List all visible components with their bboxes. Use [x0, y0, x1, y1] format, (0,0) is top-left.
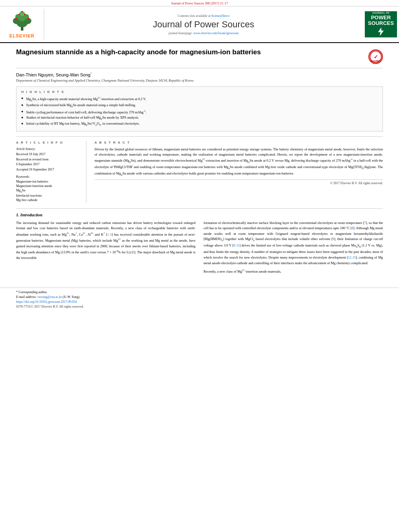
svg-marker-13 — [378, 27, 384, 36]
science-direct-link[interactable]: ScienceDirect — [212, 14, 230, 18]
main-content: Magnesium stannide as a high-capacity an… — [0, 43, 399, 283]
journal-homepage-link[interactable]: www.elsevier.com/locate/jpowsour — [193, 31, 239, 35]
history-label: Article history: — [16, 147, 36, 151]
svg-point-12 — [21, 11, 23, 12]
highlight-item: Mg2Sn, a high-capacity anode material sh… — [21, 96, 378, 102]
affiliation: Department of Chemical Engineering and A… — [16, 78, 383, 82]
article-info-abstract-section: A R T I C L E I N F O Article history: R… — [16, 136, 383, 203]
highlight-item: Initial cyclability of RT Mg-ion battery… — [21, 121, 378, 127]
abstract-text: Driven by the limited global resources o… — [95, 147, 383, 177]
highlights-list: Mg2Sn, a high-capacity anode material sh… — [21, 96, 378, 127]
elsevier-logo-block: ELSEVIER — [0, 9, 44, 40]
keyword-1: Magnesium-ion batteries — [16, 180, 81, 183]
power-sources-logo: JOURNAL OF POWERSOURCES — [363, 9, 399, 40]
journal-reference-text: Journal of Power Sources 368 (2017) 11–1… — [171, 2, 228, 5]
doi-link[interactable]: https://doi.org/10.1016/j.jpowsour.2017.… — [16, 300, 77, 304]
received-date: Received 19 July 2017 — [16, 152, 81, 156]
svg-text:CrossMark: CrossMark — [371, 60, 381, 62]
journal-name: Journal of Power Sources — [153, 19, 254, 30]
keyword-2: Magnesium-insertion anode — [16, 184, 81, 188]
author-names: Dan-Thien Nguyen, Seung-Wan Song — [16, 72, 90, 77]
intro-left-column: The increasing demand for sustainable en… — [16, 220, 195, 277]
svg-point-11 — [24, 14, 26, 15]
svg-text:✓: ✓ — [374, 54, 378, 60]
article-info-column: A R T I C L E I N F O Article history: R… — [16, 141, 86, 203]
journal-title-center: Contents lists available at ScienceDirec… — [44, 9, 363, 40]
corresponding-mark: * — [90, 72, 92, 75]
copyright-line: © 2017 Elsevier B.V. All rights reserved… — [95, 179, 383, 185]
introduction-section: 1. Introduction The increasing demand fo… — [16, 208, 383, 277]
crossmark-svg: ✓ CrossMark — [369, 50, 382, 64]
email-note: E-mail address: swsong@cnu.ac.kr (S.-W. … — [16, 295, 383, 299]
elsevier-tree-icon — [8, 10, 36, 33]
highlights-title: H I G H L I G H T S — [21, 90, 378, 94]
abstract-label: A B S T R A C T — [95, 141, 383, 144]
keyword-4: Interfacial reactions — [16, 194, 81, 197]
elsevier-wordmark: ELSEVIER — [9, 33, 34, 38]
journal-header: ELSEVIER Contents lists available at Sci… — [0, 6, 399, 43]
highlights-section: H I G H L I G H T S Mg2Sn, a high-capaci… — [16, 86, 383, 131]
keyword-5: Mg-free cathode — [16, 198, 81, 202]
issn-line: 0378-7753/© 2017 Elsevier B.V. All right… — [16, 305, 383, 308]
crossmark-circle: ✓ CrossMark — [368, 49, 383, 64]
journal-homepage-line: journal homepage: www.elsevier.com/locat… — [169, 31, 239, 35]
highlight-item: Studies of interfacial reaction behavior… — [21, 115, 378, 121]
svg-point-8 — [15, 18, 17, 20]
article-title-section: Magnesium stannide as a high-capacity an… — [16, 48, 383, 68]
ps-logo-box: JOURNAL OF POWERSOURCES — [365, 11, 397, 37]
email-link[interactable]: swsong@cnu.ac.kr — [37, 295, 62, 299]
science-direct-line: Contents lists available at ScienceDirec… — [178, 14, 230, 18]
keywords-section: Keywords: Magnesium-ion batteries Magnes… — [16, 175, 81, 202]
svg-point-9 — [27, 18, 29, 20]
journal-reference-bar: Journal of Power Sources 368 (2017) 11–1… — [0, 0, 399, 6]
keywords-label: Keywords: — [16, 175, 81, 179]
received-revised-date: Received in revised form6 September 2017 — [16, 157, 81, 166]
doi-line: https://doi.org/10.1016/j.jpowsour.2017.… — [16, 300, 383, 304]
svg-point-10 — [19, 14, 20, 15]
introduction-heading: 1. Introduction — [16, 213, 383, 217]
highlight-item: Synthesis of microsized bulk Mg2Sn anode… — [21, 103, 378, 108]
crossmark-icon: ✓ CrossMark — [368, 49, 383, 64]
keyword-3: Mg2Sn — [16, 189, 81, 193]
page-footer: * Corresponding author. E-mail address: … — [0, 288, 399, 311]
introduction-columns: The increasing demand for sustainable en… — [16, 220, 383, 277]
article-history: Article history: Received 19 July 2017 R… — [16, 147, 81, 172]
lightning-icon — [377, 27, 385, 36]
corresponding-note: * Corresponding author. — [16, 290, 383, 294]
authors-line: Dan-Thien Nguyen, Seung-Wan Song* — [16, 72, 383, 77]
abstract-column: A B S T R A C T Driven by the limited gl… — [95, 141, 383, 203]
highlight-item: Stable cycling performance of coin half-… — [21, 109, 378, 114]
intro-right-column: formation of electrochemically inactive … — [204, 220, 383, 277]
accepted-date: Accepted 16 September 2017 — [16, 167, 81, 172]
article-info-label: A R T I C L E I N F O — [16, 141, 81, 144]
article-title: Magnesium stannide as a high-capacity an… — [16, 48, 364, 57]
